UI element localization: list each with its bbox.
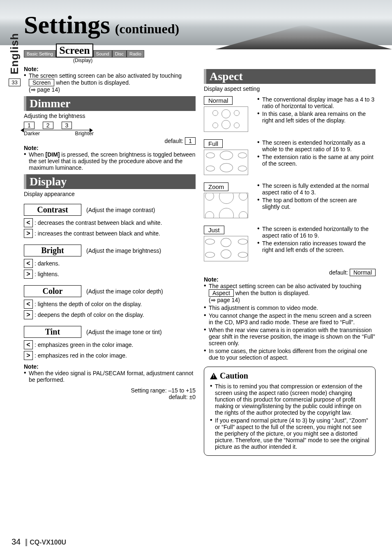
color-row: Color (Adjust the image color depth) (24, 285, 196, 297)
contrast-dec: : decreases the contrast between black a… (35, 219, 162, 226)
display-default-text: default: ±0 (24, 394, 196, 400)
language-tab: English 33 (8, 33, 21, 86)
less-than-icon[interactable]: < (24, 259, 33, 268)
dimmer-level-3[interactable]: 3 (62, 122, 72, 129)
dimmer-note-text: When [DIM] is pressed, the screen bright… (24, 151, 196, 171)
aspect-n1b: when the button is displayed. (235, 290, 310, 296)
aspect-default-label: default: (329, 269, 348, 276)
bright-row: Bright (Adjust the image brightness) (24, 245, 196, 256)
greater-than-icon[interactable]: > (24, 229, 33, 238)
tint-desc: (Adjust the image tone or tint) (86, 329, 162, 335)
dimmer-note: Note: When [DIM] is pressed, the screen … (24, 145, 196, 171)
tint-box: Tint (24, 326, 81, 338)
dimmer-subtitle: Adjusting the brightness (24, 113, 196, 119)
aspect-normal: Normal The conventional display image ha… (204, 96, 376, 132)
warning-icon (210, 373, 217, 379)
dimmer-level-1[interactable]: 1 (24, 122, 35, 129)
display-range: Setting range: –15 to +15 default: ±0 (24, 387, 196, 400)
display-note-text: When the video signal is PAL/SECAM forma… (24, 370, 196, 383)
contrast-box: Contrast (24, 204, 81, 216)
page-footer: 34 CQ-VX100U (12, 537, 66, 547)
screen-note-page: page 14) (37, 86, 60, 93)
display-note: Note: When the video signal is PAL/SECAM… (24, 363, 196, 383)
right-arrow-icon: ➡ (31, 86, 36, 93)
aspect-zoom-b1: The screen is fully extended at the norm… (257, 182, 376, 196)
product-model: CQ-VX100U (25, 539, 66, 546)
greater-than-icon[interactable]: > (24, 270, 33, 279)
aspect-full-label[interactable]: Full (204, 139, 223, 148)
caution-title: Caution (210, 371, 369, 381)
aspect-full-b2: The extension ratio is the same at any p… (257, 154, 376, 167)
display-subtitle: Display appearance (24, 191, 196, 197)
page-number: 34 (12, 537, 21, 547)
dimmer-darker: Darker (24, 130, 40, 136)
aspect-just: Just The screen is extended horizontally… (204, 226, 376, 261)
aspect-normal-b2: In this case, a blank area remains on th… (257, 111, 376, 124)
caution-b2: If you expand normal picture (4 to 3) by… (210, 417, 369, 450)
screen-note-text-1: The screen setting screen can be also ac… (29, 72, 182, 79)
bright-dec: : darkens. (35, 260, 60, 267)
tab-disc[interactable]: Disc (112, 50, 127, 58)
dimmer-range-labels: Darker Brighter (24, 130, 94, 136)
aspect-normal-label[interactable]: Normal (204, 96, 233, 105)
caution-title-text: Caution (220, 371, 248, 381)
screen-note-item: The screen setting screen can be also ac… (24, 72, 196, 93)
less-than-icon[interactable]: < (24, 340, 33, 349)
contrast-inc: : increases the contrast between black a… (35, 230, 160, 237)
aspect-button-ref: Aspect (209, 289, 234, 297)
greater-than-icon[interactable]: > (24, 310, 33, 319)
dimmer-default-label: default: (164, 138, 183, 144)
caution-box: Caution This is to remind you that compr… (204, 367, 376, 456)
aspect-zoom-label[interactable]: Zoom (204, 182, 228, 191)
contrast-desc: (Adjust the image contrast) (86, 207, 155, 213)
aspect-just-label[interactable]: Just (204, 226, 224, 234)
tab-screen[interactable]: Screen (56, 44, 93, 58)
aspect-just-b1: The screen is extended horizontally to t… (257, 226, 376, 239)
aspect-subtitle: Display aspect setting (204, 85, 376, 92)
less-than-icon[interactable]: < (24, 300, 33, 309)
aspect-full-b1: The screen is extended horizontally as a… (257, 139, 376, 152)
aspect-n1a: The aspect setting screen can be also ac… (209, 283, 361, 289)
dimmer-level-2[interactable]: 2 (43, 122, 53, 129)
contrast-row: Contrast (Adjust the image contrast) (24, 204, 196, 216)
title-main: Settings (24, 11, 110, 39)
aspect-normal-b1: The conventional display image has a 4 t… (257, 96, 376, 109)
aspect-note-3: You cannot change the aspect in the menu… (204, 312, 376, 325)
tint-row: Tint (Adjust the image tone or tint) (24, 326, 196, 338)
color-inc: : deepens the depth of color on the disp… (35, 312, 144, 318)
dimmer-header: Dimmer (24, 96, 196, 111)
screen-note: Note: The screen setting screen can be a… (24, 66, 196, 93)
left-column: Note: The screen setting screen can be a… (24, 66, 196, 456)
screen-button-ref: Screen (29, 79, 54, 86)
dimmer-levels: 1 2 3 (24, 122, 196, 129)
tab-basic-setting[interactable]: Basic Setting (24, 50, 56, 58)
aspect-zoom-b2: The top and bottom of the screen are sli… (257, 197, 376, 210)
aspect-header: Aspect (204, 69, 376, 84)
aspect-zoom-diagram (204, 193, 248, 218)
aspect-note-4: When the rear view camera is in operatio… (204, 327, 376, 346)
settings-tabs: Basic Setting Screen Sound Disc Radio (24, 44, 376, 58)
bright-inc: : lightens. (35, 271, 59, 277)
bright-box: Bright (24, 245, 81, 256)
aspect-zoom: Zoom The screen is fully extended at the… (204, 182, 376, 218)
tab-screen-sublabel: (Display) (73, 58, 376, 63)
aspect-note-5: In some cases, the picture looks differe… (204, 348, 376, 361)
less-than-icon[interactable]: < (24, 218, 33, 227)
color-dec: : lightens the depth of color on the dis… (35, 301, 142, 307)
title-suffix: (continued) (115, 21, 179, 36)
color-desc: (Adjust the image color depth) (86, 288, 163, 295)
tint-dec: : emphasizes green in the color image. (35, 342, 133, 348)
aspect-note-1: The aspect setting screen can be also ac… (204, 283, 376, 303)
aspect-n1-page: page 14) (217, 297, 240, 303)
aspect-normal-diagram (204, 106, 248, 132)
tab-radio[interactable]: Radio (127, 50, 144, 58)
greater-than-icon[interactable]: > (24, 351, 33, 360)
page-title: Settings (continued) (24, 10, 376, 39)
display-header: Display (24, 174, 196, 189)
dimmer-default-value: 1 (185, 137, 196, 145)
language-page-ref: 33 (9, 78, 20, 86)
aspect-just-diagram (204, 236, 248, 261)
aspect-default-value: Normal (350, 269, 376, 276)
language-label: English (8, 33, 21, 74)
tab-sound[interactable]: Sound (93, 50, 112, 58)
